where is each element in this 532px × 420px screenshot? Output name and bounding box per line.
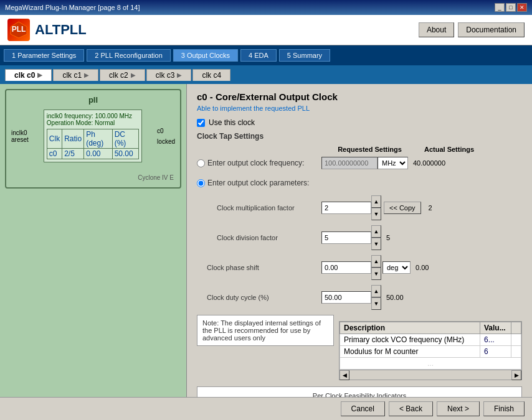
freq-spinner-group: MHz <box>321 157 408 169</box>
tab-c2-arrow: ▶ <box>131 72 136 78</box>
mult-up-btn[interactable]: ▲ <box>371 195 381 208</box>
documentation-button[interactable]: Documentation <box>458 22 525 37</box>
duty-down-btn[interactable]: ▼ <box>371 297 381 310</box>
scroll-left-btn[interactable]: ◀ <box>340 370 349 380</box>
locked-label: locked <box>157 138 175 145</box>
close-button[interactable]: ✕ <box>517 3 527 12</box>
window-title: MegaWizard Plug-In Manager [page 8 of 14… <box>5 4 140 11</box>
phase-down-btn[interactable]: ▼ <box>371 268 381 280</box>
pll-row-dc: 50.00 <box>112 149 138 159</box>
left-panel: pll inclk0 areset inclk0 frequency: 100.… <box>0 84 187 397</box>
actual-div-value: 5 <box>381 234 431 241</box>
table-row-ellipsis: ... <box>340 358 521 370</box>
tab-c3-arrow: ▶ <box>177 72 182 78</box>
step-2[interactable]: 2 PLL Reconfiguration <box>87 49 170 62</box>
phase-label: Clock phase shift <box>197 264 321 271</box>
actual-freq-value: 40.000000 <box>408 159 458 167</box>
pll-diagram: pll inclk0 areset inclk0 frequency: 100.… <box>5 89 181 189</box>
c0-output-label: c0 <box>157 128 175 134</box>
able-text: Able to implement the requested PLL <box>197 105 522 112</box>
right-panel: c0 - Core/External Output Clock Able to … <box>187 84 532 397</box>
pll-th-clk: Clk <box>47 129 62 149</box>
pll-th-ratio: Ratio <box>62 129 84 149</box>
clock-tap-label: Clock Tap Settings <box>197 132 522 141</box>
params-radio-label: Enter output clock parameters: <box>197 179 321 187</box>
div-spinner-group: ▲ ▼ <box>321 225 381 250</box>
phase-unit-select[interactable]: deg ps <box>382 261 411 274</box>
freq-radio-label: Enter output clock frequency: <box>197 159 321 167</box>
header-buttons: About Documentation <box>419 22 525 37</box>
mult-input[interactable] <box>321 202 371 214</box>
copy-button[interactable]: << Copy <box>384 202 421 214</box>
row0-val: 6... <box>480 334 511 346</box>
duty-label: Clock duty cycle (%) <box>197 294 321 301</box>
tab-clk-c1[interactable]: clk c1 ▶ <box>53 69 98 81</box>
minimize-button[interactable]: _ <box>495 3 505 12</box>
step-5[interactable]: 5 Summary <box>279 49 330 62</box>
pll-th-ph: Ph (deg) <box>84 129 112 149</box>
mult-down-btn[interactable]: ▼ <box>371 208 381 220</box>
tab-c0-arrow: ▶ <box>37 72 42 78</box>
finish-button[interactable]: Finish <box>483 401 525 416</box>
tab-clk-c0[interactable]: clk c0 ▶ <box>5 69 52 81</box>
phase-up-btn[interactable]: ▲ <box>371 255 381 268</box>
row1-val: 6 <box>480 346 511 358</box>
duty-up-btn[interactable]: ▲ <box>371 285 381 297</box>
row0-scroll <box>511 334 521 346</box>
scroll-col <box>511 322 521 334</box>
phase-row: Clock phase shift ▲ ▼ deg ps 0.00 <box>197 255 522 280</box>
hscroll-track[interactable] <box>349 371 511 380</box>
requested-settings-header: Requested Settings <box>321 146 418 153</box>
logo-area: PLL ALTPLL <box>7 19 87 41</box>
pll-row-ratio: 2/5 <box>62 149 84 159</box>
cancel-button[interactable]: Cancel <box>341 401 385 416</box>
freq-info: inclk0 frequency: 100.000 MHz <box>47 113 139 119</box>
op-mode-info: Operation Mode: Normal <box>47 119 139 126</box>
scroll-right-btn[interactable]: ▶ <box>511 370 521 380</box>
freq-unit-select[interactable]: MHz <box>378 157 408 169</box>
row1-scroll <box>511 346 521 358</box>
desc-col-header: Description <box>340 322 480 334</box>
logo-icon: PLL <box>7 19 30 41</box>
freq-input[interactable] <box>321 157 378 169</box>
params-radio[interactable] <box>197 179 205 187</box>
tab-c1-arrow: ▶ <box>84 72 89 78</box>
tab-clk-c2[interactable]: clk c2 ▶ <box>100 69 145 81</box>
clock-tabs: clk c0 ▶ clk c1 ▶ clk c2 ▶ clk c3 ▶ clk … <box>0 65 532 84</box>
pll-table: Clk Ratio Ph (deg) DC (%) c0 2/5 0.00 50… <box>47 129 139 159</box>
tab-clk-c4[interactable]: clk c4 <box>192 69 230 81</box>
back-button[interactable]: < Back <box>389 401 433 416</box>
row0-desc: Primary clock VCO frequency (MHz) <box>340 334 480 346</box>
feasibility-title: Per Clock Feasibility Indicators <box>202 392 516 397</box>
div-input[interactable] <box>321 231 371 244</box>
mult-row: Clock multiplication factor ▲ ▼ << Copy … <box>197 195 522 220</box>
actual-duty-value: 50.00 <box>381 294 431 301</box>
hscroll-area: ◀ ▶ <box>340 370 521 380</box>
row1-desc: Modulus for M counter <box>340 346 480 358</box>
duty-spinner-group: ▲ ▼ <box>321 285 381 310</box>
params-radio-row: Enter output clock parameters: <box>197 175 522 190</box>
mult-spinner-group: ▲ ▼ << Copy <box>321 195 424 220</box>
next-button[interactable]: Next > <box>437 401 480 416</box>
mult-label: Clock multiplication factor <box>197 204 321 212</box>
step-1[interactable]: 1 Parameter Settings <box>4 49 84 62</box>
feasibility-section: Per Clock Feasibility Indicators c0 c1 c… <box>197 386 522 397</box>
maximize-button[interactable]: □ <box>506 3 516 12</box>
div-down-btn[interactable]: ▼ <box>371 238 381 250</box>
tab-clk-c3[interactable]: clk c3 ▶ <box>146 69 192 81</box>
freq-radio[interactable] <box>197 159 205 167</box>
steps-nav: 1 Parameter Settings 2 PLL Reconfigurati… <box>0 45 532 65</box>
actual-mult-value: 2 <box>424 204 473 212</box>
actual-phase-value: 0.00 <box>411 264 460 271</box>
phase-input[interactable] <box>321 261 371 274</box>
note-text: Note: The displayed internal settings of… <box>197 315 334 346</box>
div-up-btn[interactable]: ▲ <box>371 225 381 238</box>
step-4[interactable]: 4 EDA <box>240 49 277 62</box>
duty-input[interactable] <box>321 291 371 304</box>
footer: Cancel < Back Next > Finish <box>0 397 532 420</box>
bottom-content: Note: The displayed internal settings of… <box>197 315 522 380</box>
about-button[interactable]: About <box>419 22 454 37</box>
use-clock-checkbox[interactable] <box>197 119 205 127</box>
step-3[interactable]: 3 Output Clocks <box>173 49 238 62</box>
table-row-0: Primary clock VCO frequency (MHz) 6... <box>340 334 521 346</box>
